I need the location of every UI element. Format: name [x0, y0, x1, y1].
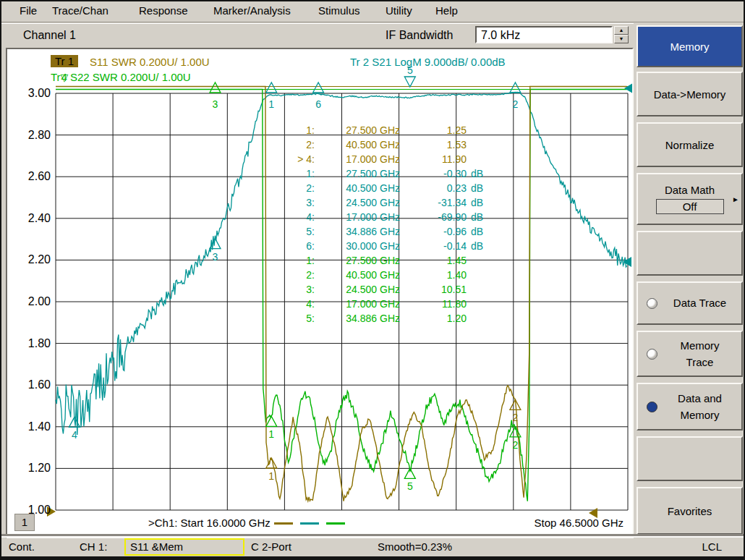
marker-number-label: 4 — [72, 429, 77, 441]
y-tick-label: 3.00 — [14, 87, 51, 100]
softkey-favorites[interactable]: Favorites — [637, 487, 743, 535]
trace4-legend-prefix: Tr — [51, 71, 61, 83]
marker-row: 2:40.500 GHz1.40 — [280, 268, 495, 282]
sweep-status: Cont. — [9, 540, 35, 553]
marker-cell: 10.51 — [400, 282, 467, 297]
marker-row: 6:30.000 GHz-0.14dB — [280, 239, 495, 253]
cal-status: C 2-Port — [251, 540, 291, 553]
marker-number-label: 6 — [315, 98, 321, 110]
trace2-legend[interactable]: Tr 2 S21 LogM 9.000dB/ 0.00dB — [350, 56, 506, 68]
marker-table-tr1: 1:27.500 GHz1.252:40.500 GHz1.53> 4:17.0… — [280, 123, 495, 166]
marker-number-label: 3 — [213, 251, 218, 263]
trace-exit-arrow — [623, 257, 631, 267]
menu-help[interactable]: Help — [435, 4, 458, 17]
trace4-legend[interactable]: Tr▽4 S22 SWR 0.200U/ 1.00U — [51, 71, 191, 83]
menu-marker-analysis[interactable]: Marker/Analysis — [213, 4, 291, 17]
marker-cell: 24.500 GHz — [315, 195, 400, 210]
marker-cell: 11.90 — [400, 152, 467, 166]
marker-cell — [467, 137, 495, 152]
submenu-arrow-icon: ► — [732, 195, 739, 203]
marker-cell: 3: — [280, 195, 315, 210]
menu-trace-chan[interactable]: Trace/Chan — [52, 4, 108, 17]
softkey-data-trace[interactable]: Data Trace — [637, 281, 743, 325]
marker-number-label: 2 — [512, 439, 518, 451]
marker-cell: dB — [467, 195, 495, 210]
radio-unselected-icon[interactable] — [647, 349, 657, 360]
menu-response[interactable]: Response — [139, 4, 188, 17]
marker-cell — [467, 253, 495, 268]
radio-selected-icon[interactable] — [647, 402, 657, 412]
softkey-label: Memory — [680, 339, 719, 352]
y-tick-label: 2.40 — [14, 212, 51, 225]
trace-color-dash-teal — [300, 522, 319, 525]
marker-cell: -31.34 — [400, 195, 467, 210]
marker-cell: 6: — [280, 239, 315, 253]
marker-triangle-icon — [266, 82, 277, 93]
menu-bar: FileTrace/ChanResponseMarker/AnalysisSti… — [1, 1, 744, 22]
menu-file[interactable]: File — [20, 4, 37, 17]
y-tick-label: 1.60 — [14, 378, 51, 391]
spinner-down-icon[interactable]: ▼ — [614, 35, 629, 43]
plot-area: 316523412125 Tr 1 S11 SWR 0.200U/ 1.00U … — [6, 48, 634, 538]
marker-cell: 27.500 GHz — [315, 253, 400, 268]
marker-row: 5:34.886 GHz-0.96dB — [280, 224, 495, 239]
marker-cell: 34.886 GHz — [315, 311, 400, 326]
marker-row: 1:27.500 GHz-0.30dB — [280, 166, 495, 181]
softkey-data-and-memory[interactable]: Data andMemory — [637, 383, 743, 430]
stimulus-start-readout: >Ch1: Start 16.0000 GHz — [148, 517, 349, 529]
marker-row: 1:27.500 GHz1.45 — [280, 253, 495, 268]
trace-color-dash-green — [326, 522, 345, 525]
if-bandwidth-spinner: ▲ ▼ — [614, 26, 629, 43]
marker-cell: 27.500 GHz — [315, 166, 400, 181]
marker-row: 4:17.000 GHz-69.90dB — [280, 210, 495, 224]
softkey-memory[interactable]: Memory — [637, 25, 743, 67]
marker-number-label: 3 — [213, 98, 218, 110]
marker-triangle-icon — [404, 77, 415, 87]
if-bandwidth-input[interactable]: 7.0 kHz — [475, 26, 613, 43]
softkey-normalize[interactable]: Normalize — [637, 122, 743, 167]
radio-unselected-icon[interactable] — [647, 298, 657, 309]
marker-cell — [467, 311, 495, 326]
softkey-label: Data Trace — [673, 297, 726, 309]
trace1-active-badge[interactable]: Tr 1 — [51, 55, 78, 67]
marker-cell: 1.20 — [400, 311, 467, 326]
softkey-label: Memory — [680, 409, 719, 421]
marker-cell: 27.500 GHz — [315, 123, 400, 137]
status-bar: Cont. CH 1: S11 &Mem C 2-Port Smooth=0.2… — [1, 536, 744, 556]
softkey-label: Trace — [686, 356, 714, 368]
smoothing-status: Smooth=0.23% — [378, 540, 452, 553]
marker-cell — [467, 297, 495, 311]
marker-cell: dB — [467, 166, 495, 181]
softkey-label: Normalize — [665, 139, 715, 151]
softkey-data-math[interactable]: Data MathOff► — [637, 173, 743, 225]
menu-utility[interactable]: Utility — [386, 4, 412, 17]
menu-stimulus[interactable]: Stimulus — [318, 4, 360, 17]
tr2-reference-arrow — [624, 83, 632, 93]
if-bandwidth-label: IF Bandwidth — [386, 29, 453, 42]
data-math-value[interactable]: Off — [656, 199, 724, 214]
trace1-legend[interactable]: S11 SWR 0.200U/ 1.00U — [90, 56, 210, 68]
marker-cell: 1: — [280, 253, 315, 268]
marker-cell: 4: — [280, 210, 315, 224]
softkey-sidebar: MemoryData->MemoryNormalizeData MathOff►… — [635, 25, 745, 536]
marker-row: 1:27.500 GHz1.25 — [280, 123, 495, 137]
marker-number-label: 5 — [407, 480, 413, 492]
trace-color-dash-olive — [274, 522, 293, 525]
softkey-data-memory[interactable]: Data->Memory — [637, 72, 743, 116]
marker-cell: 3: — [280, 282, 315, 297]
start-frequency-text: >Ch1: Start 16.0000 GHz — [148, 517, 271, 529]
marker-cell: -0.96 — [400, 224, 467, 239]
channel-status-label: CH 1: — [80, 540, 107, 553]
marker-cell: -0.14 — [400, 239, 467, 253]
softkey-memory-trace[interactable]: MemoryTrace — [637, 331, 743, 377]
marker-cell: 17.000 GHz — [315, 210, 400, 224]
marker-cell: 1: — [280, 166, 315, 181]
marker-number-label: 1 — [268, 428, 274, 440]
marker-row: 2:40.500 GHz1.53 — [280, 137, 495, 152]
spinner-up-icon[interactable]: ▲ — [614, 26, 629, 35]
marker-row: 5:34.886 GHz1.20 — [280, 311, 495, 326]
marker-cell — [467, 123, 495, 137]
y-tick-label: 1.40 — [14, 420, 51, 433]
marker-number-label: 1 — [268, 470, 274, 482]
y-tick-label: 2.80 — [14, 129, 51, 142]
